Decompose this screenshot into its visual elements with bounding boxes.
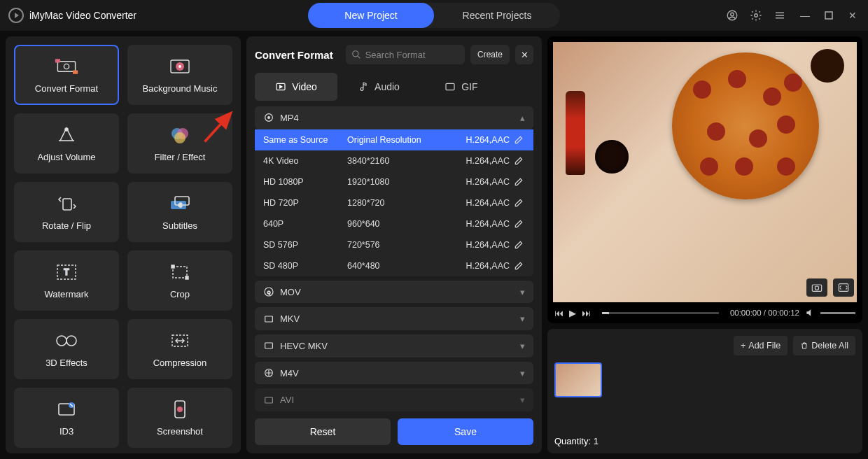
convert-format-panel: Convert Format Search Format Create ✕ Vi… — [246, 36, 542, 453]
edit-preset-icon[interactable] — [514, 261, 525, 271]
quantity-label: Quantity: 1 — [554, 430, 855, 446]
format-tab-audio[interactable]: Audio — [337, 73, 420, 101]
expand-icon: ▾ — [520, 368, 525, 379]
settings-icon[interactable] — [748, 7, 764, 24]
format-icon — [263, 395, 274, 406]
tool-3d-effects[interactable]: 3D Effects — [14, 319, 119, 379]
format-group-hevcmkv[interactable]: HEVC MKV▾ — [255, 334, 533, 358]
tool-label: Convert Format — [35, 83, 98, 94]
preset-row[interactable]: HD 720P1280*720H.264,AAC — [255, 192, 533, 213]
edit-preset-icon[interactable] — [514, 135, 525, 145]
next-button[interactable]: ⏭ — [582, 308, 591, 318]
tool-label: Crop — [170, 289, 190, 299]
trash-icon — [800, 341, 808, 350]
save-button[interactable]: Save — [398, 418, 533, 445]
format-tab-video[interactable]: Video — [255, 73, 337, 101]
tab-recent-projects[interactable]: Recent Projects — [434, 3, 560, 28]
volume-slider[interactable] — [820, 312, 855, 314]
svg-point-25 — [66, 336, 76, 346]
tool-background-music[interactable]: Background Music — [127, 45, 232, 105]
tool-watermark[interactable]: T Watermark — [14, 250, 119, 311]
rotate-icon — [54, 194, 79, 213]
titlebar-right: — ✕ — [724, 7, 860, 24]
format-group-m4v[interactable]: M4V▾ — [255, 362, 533, 385]
svg-point-30 — [177, 407, 183, 412]
edit-preset-icon[interactable] — [514, 240, 525, 250]
format-icon — [263, 112, 274, 123]
reset-button[interactable]: Reset — [255, 418, 391, 445]
window-minimize[interactable]: — — [798, 8, 812, 22]
audio-icon — [358, 81, 369, 92]
video-icon — [275, 81, 286, 92]
create-button[interactable]: Create — [470, 45, 510, 64]
tool-label: Filter / Effect — [155, 152, 206, 162]
tool-label: 3D Effects — [46, 358, 88, 368]
user-icon[interactable] — [724, 7, 741, 24]
prev-button[interactable]: ⏮ — [554, 308, 564, 318]
crop-icon — [167, 262, 192, 282]
tool-label: Screenshot — [157, 426, 203, 437]
screenshot-icon — [167, 400, 192, 419]
tool-label: Adjust Volume — [37, 152, 95, 162]
svg-point-10 — [178, 65, 181, 68]
svg-point-36 — [268, 117, 270, 119]
format-group-avi[interactable]: AVI▾ — [255, 388, 533, 411]
preset-row[interactable]: 640P960*640H.264,AAC — [255, 213, 533, 234]
svg-rect-34 — [446, 83, 454, 90]
volume-icon[interactable] — [805, 308, 815, 318]
svg-point-1 — [731, 13, 734, 16]
file-thumbnail[interactable] — [554, 362, 602, 397]
preset-row[interactable]: Same as Source Original Resolution H.264… — [255, 129, 533, 150]
svg-point-11 — [65, 128, 68, 131]
tool-adjust-volume[interactable]: Adjust Volume — [14, 113, 119, 174]
window-maximize[interactable] — [822, 8, 836, 22]
tab-new-project[interactable]: New Project — [308, 3, 434, 28]
edit-preset-icon[interactable] — [514, 219, 525, 229]
window-close[interactable]: ✕ — [846, 8, 860, 22]
mp4-preset-list: Same as Source Original Resolution H.264… — [255, 129, 533, 276]
titlebar: iMyMac Video Converter New Project Recen… — [0, 0, 868, 31]
edit-preset-icon[interactable] — [514, 177, 525, 187]
timeline-slider[interactable] — [602, 312, 719, 314]
preset-row[interactable]: 4K Video3840*2160H.264,AAC — [255, 150, 533, 171]
search-format-input[interactable]: Search Format — [346, 45, 465, 64]
tool-crop[interactable]: Crop — [127, 250, 232, 311]
video-frame[interactable] — [553, 42, 857, 302]
edit-preset-icon[interactable] — [514, 156, 525, 166]
preset-row[interactable]: SD 480P640*480H.264,AAC — [255, 255, 533, 276]
filter-icon — [167, 125, 192, 145]
tool-filter-effect[interactable]: Filter / Effect — [127, 113, 232, 174]
svg-text:Q: Q — [267, 290, 271, 295]
tool-convert-format[interactable]: Convert Format — [14, 45, 119, 105]
menu-icon[interactable] — [771, 7, 788, 24]
delete-all-button[interactable]: Delete All — [793, 336, 855, 355]
logo-icon — [8, 8, 24, 23]
watermark-icon: T — [54, 262, 79, 282]
fullscreen-button[interactable] — [833, 278, 854, 297]
add-file-button[interactable]: + Add File — [734, 336, 788, 355]
play-button[interactable]: ▶ — [569, 308, 576, 318]
format-group-mp4[interactable]: MP4 ▴ — [255, 106, 533, 129]
format-tab-gif[interactable]: GIF — [420, 73, 503, 101]
expand-icon: ▾ — [520, 395, 525, 405]
file-list-panel: + Add File Delete All Quantity: 1 — [547, 329, 862, 453]
tool-compression[interactable]: Compression — [127, 319, 232, 379]
format-icon: Q — [263, 286, 274, 297]
tool-screenshot[interactable]: Screenshot — [127, 388, 232, 448]
preset-row[interactable]: SD 576P720*576H.264,AAC — [255, 234, 533, 255]
close-panel-button[interactable]: ✕ — [515, 45, 533, 64]
tool-rotate-flip[interactable]: Rotate / Flip — [14, 182, 119, 242]
svg-rect-23 — [186, 276, 188, 279]
edit-preset-icon[interactable] — [514, 198, 525, 208]
format-group-mkv[interactable]: MKV▾ — [255, 307, 533, 330]
format-group-mov[interactable]: Q MOV▾ — [255, 281, 533, 304]
preset-row[interactable]: HD 1080P1920*1080H.264,AAC — [255, 171, 533, 192]
svg-point-44 — [815, 286, 818, 290]
svg-point-33 — [360, 87, 363, 90]
snapshot-button[interactable] — [806, 278, 827, 297]
player-controls: ⏮ ▶ ⏭ 00:00:00 / 00:00:12 — [547, 302, 862, 323]
tool-id3[interactable]: ID3 — [14, 388, 119, 448]
tool-subtitles[interactable]: € Subtitles — [127, 182, 232, 242]
svg-rect-15 — [63, 199, 71, 210]
expand-icon: ▾ — [520, 287, 525, 297]
